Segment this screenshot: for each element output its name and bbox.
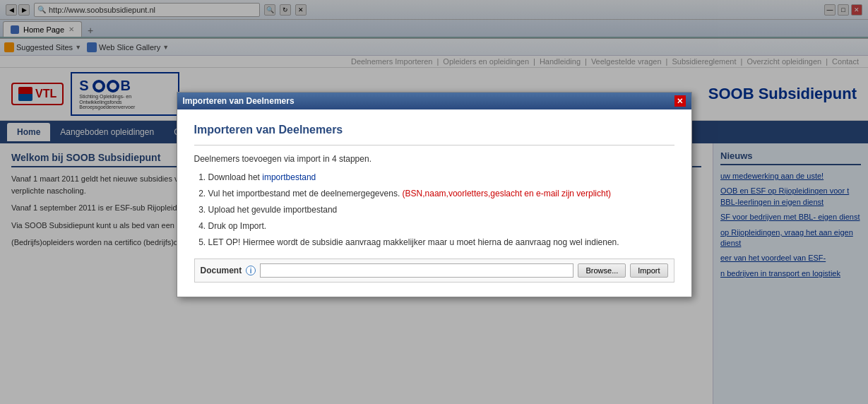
modal-step-1: Download het importbestand (208, 171, 674, 184)
import-button[interactable]: Import (630, 263, 667, 278)
modal-step-5: LET OP! Hiermee wordt de subsidie aanvra… (208, 236, 674, 249)
import-modal: Importeren van Deelnemers ✕ Importeren v… (177, 92, 692, 297)
modal-file-input[interactable] (260, 263, 573, 278)
required-fields: (BSN,naam,voorletters,geslacht en e-mail… (403, 189, 611, 198)
modal-file-row: Document i Browse... Import (194, 259, 674, 283)
modal-title: Importeren van Deelnemers (183, 96, 295, 106)
modal-titlebar: Importeren van Deelnemers ✕ (177, 93, 691, 109)
modal-body: Importeren van Deelnemers Deelnemers toe… (177, 109, 691, 297)
modal-divider (194, 145, 674, 145)
info-icon[interactable]: i (246, 266, 256, 275)
importbestand-link[interactable]: importbestand (262, 172, 316, 182)
modal-overlay: Importeren van Deelnemers ✕ Importeren v… (0, 0, 868, 404)
modal-intro: Deelnemers toevoegen via import in 4 sta… (194, 154, 674, 164)
modal-close-button[interactable]: ✕ (674, 95, 686, 107)
modal-heading: Importeren van Deelnemers (194, 124, 674, 136)
modal-file-label: Document (201, 266, 242, 275)
browse-button[interactable]: Browse... (578, 263, 626, 278)
modal-step-2: Vul het importbestand met de deelnemerge… (208, 187, 674, 200)
modal-step-4: Druk op Import. (208, 220, 674, 232)
modal-steps: Download het importbestand Vul het impor… (194, 171, 674, 249)
modal-step-3: Upload het gevulde importbestand (208, 203, 674, 216)
